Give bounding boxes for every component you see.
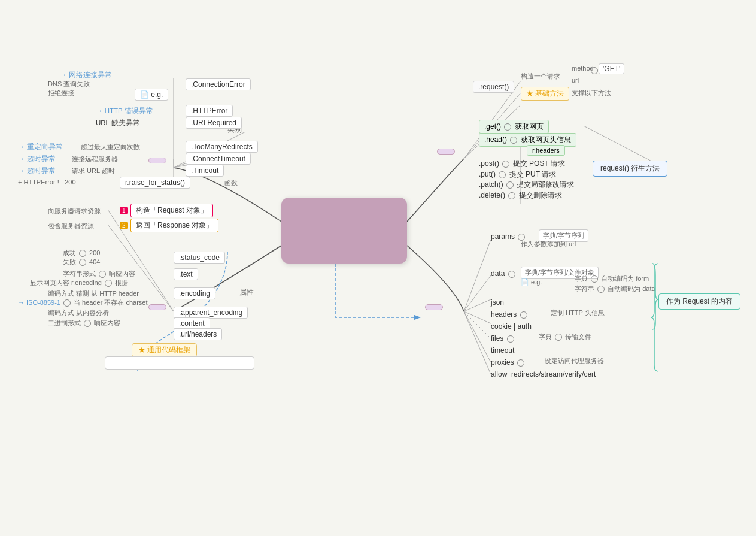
param-cookie-label: cookie | auth — [491, 322, 532, 331]
framework-label: ★ 通用代码框架 — [132, 343, 197, 357]
exc-func-label: 函数 — [224, 178, 238, 187]
exc-raise-code: r.raise_for_status() — [120, 177, 190, 189]
method-put: .put() 提交 PUT 请求 — [479, 169, 556, 180]
svg-line-16 — [464, 311, 491, 323]
svg-line-13 — [464, 240, 491, 311]
param-files-sub1: 字典 传输文件 — [539, 332, 591, 341]
svg-line-11 — [584, 126, 658, 165]
method-circle — [590, 65, 599, 75]
prop-status-code: .status_code — [174, 252, 225, 264]
param-proxies-desc: 设定访问代理服务器 — [545, 356, 604, 365]
basic-method-label: ★ 基础方法 — [521, 87, 569, 101]
status-success: 成功 200 — [63, 249, 100, 258]
svg-line-18 — [464, 311, 491, 362]
param-timeout-label: timeout — [491, 346, 514, 355]
step2-prefix: 包含服务器资源 — [48, 222, 94, 231]
exc-connect-timeout-label: → 超时异常 — [18, 155, 56, 163]
exc-network-label: → 网络连接异常 — [60, 71, 112, 80]
method-head-sub: r.headers — [527, 145, 565, 156]
exc-timeout-label: → 超时异常 — [18, 166, 56, 175]
method-post: .post() 提交 POST 请求 — [479, 159, 565, 169]
svg-line-17 — [464, 311, 491, 338]
exc-timeout-code: .Timeout — [186, 165, 224, 177]
method-get: .get() 获取网页 — [479, 120, 549, 134]
step2-label: 返回「Response 对象」 — [130, 219, 218, 232]
request-call: .request() — [473, 81, 514, 93]
support-label: 支撑以下方法 — [572, 89, 611, 98]
code-block — [105, 356, 254, 370]
exc-http-error2-label: + HTTPError != 200 — [18, 178, 76, 186]
as-request-content-label: 作为 Request 的内容 — [658, 293, 740, 310]
param-data-label: data — [491, 269, 517, 278]
step1-badge: 1 — [120, 207, 128, 214]
exc-url-required-code: .URLRequired — [186, 117, 242, 129]
prop-content: .content — [174, 317, 210, 329]
param-allow-label: allow_redirects/stream/verify/cert — [491, 370, 596, 378]
prop-apparent: .apparent_encoding — [174, 307, 248, 319]
exc-redirect-code: .TooManyRedirects — [186, 141, 258, 153]
param-params-desc: 作为参数添加到 url — [521, 240, 576, 249]
prop-encoding: .encoding — [174, 287, 215, 299]
param-data-sub1: 字典 自动编码为 form — [575, 274, 649, 283]
exc-dns-label: DNS 查询失败 — [48, 80, 90, 89]
step2-badge: 2 — [120, 222, 128, 229]
method-value: 'GET' — [599, 63, 624, 74]
param-proxies-label: proxies — [491, 358, 526, 367]
param-headers-label: headers — [491, 310, 529, 319]
exc-http-label: → HTTP 错误异常 — [96, 107, 153, 116]
method-patch: .patch() 提交局部修改请求 — [479, 180, 574, 190]
method-delete: .delete() 提交删除请求 — [479, 190, 562, 201]
exc-connection-error-code: .ConnectionError — [186, 78, 251, 90]
exc-connect-timeout-code: .ConnectTimeout — [186, 153, 251, 165]
status-fail: 失败 404 — [63, 258, 100, 267]
prop-url-headers: .url/headers — [174, 328, 222, 340]
construct-label: 构造一个请求 — [521, 72, 560, 81]
prop-iso-label: → ISO-8859-1 当 header 不存在 charset — [18, 298, 148, 307]
param-json-label: json — [491, 298, 504, 307]
center-node — [281, 198, 407, 264]
prop-apparent-desc: 编码方式 从内容分析 — [48, 308, 109, 317]
prop-text-desc2: 显示网页内容 r.encoding 根据 — [30, 278, 128, 287]
param-data-sub2: 字符串 自动编码为 data — [575, 284, 655, 293]
branch-main-methods — [437, 149, 455, 155]
exc-timeout-desc: 请求 URL 超时 — [72, 166, 115, 175]
prop-content-desc: 二进制形式 响应内容 — [48, 319, 120, 328]
branch-exception — [148, 158, 166, 163]
prop-encoding-desc: 编码方式 猜测 从 HTTP header — [48, 289, 139, 298]
svg-line-15 — [464, 299, 491, 311]
svg-line-19 — [464, 311, 491, 374]
param-data-eg: 📄 e.g. — [521, 278, 542, 286]
props-title: 属性 — [239, 287, 254, 298]
step1-label: 构造「Request 对象」 — [130, 204, 213, 217]
exc-redirect-label: → 重定向异常 — [18, 143, 63, 152]
step1-prefix: 向服务器请求资源 — [48, 207, 101, 216]
exc-connection-error-icon: 📄 e.g. — [135, 89, 168, 101]
param-headers-desc: 定制 HTTP 头信息 — [551, 308, 605, 317]
derived-methods-label: request() 衍生方法 — [593, 161, 667, 177]
prop-text: .text — [174, 268, 198, 280]
exc-url-label: URL 缺失异常 — [96, 119, 140, 128]
prop-text-desc1: 字符串形式 响应内容 — [63, 269, 135, 278]
exc-redirect-desc: 超过最大重定向次数 — [81, 143, 140, 152]
branch-control-params — [425, 304, 443, 310]
exc-connect-desc: 连接远程服务器 — [72, 155, 118, 163]
svg-line-14 — [464, 275, 491, 311]
param-files-label: files — [491, 334, 515, 343]
exc-http-error-code: .HTTPError — [186, 105, 233, 117]
exc-reject-label: 拒绝连接 — [48, 89, 74, 98]
branch-steps — [148, 304, 166, 310]
url-label: url — [572, 77, 579, 84]
